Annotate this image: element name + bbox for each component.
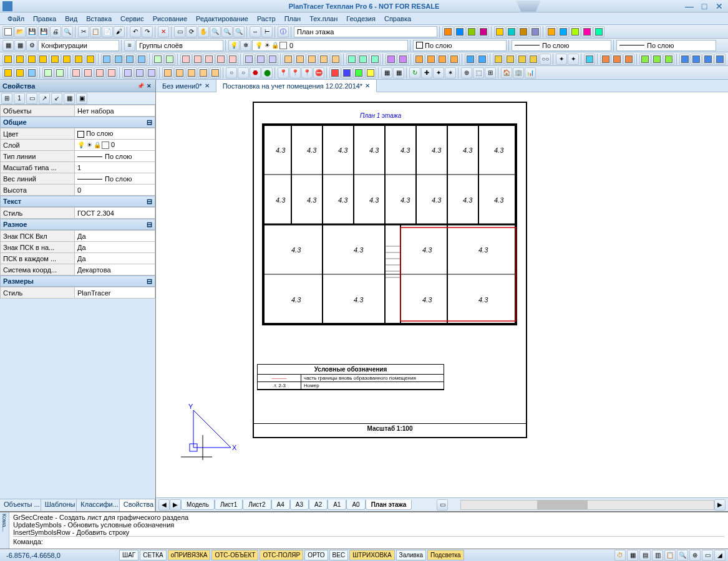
preview-icon[interactable]: 🔍 bbox=[62, 26, 73, 37]
scroll-right-icon[interactable]: ▶ bbox=[714, 499, 726, 511]
zoomext-icon[interactable]: 🔍 bbox=[221, 26, 233, 37]
layer-b-icon[interactable]: ❄ bbox=[240, 40, 251, 51]
save-icon[interactable]: 💾 bbox=[26, 26, 37, 37]
t3-5[interactable] bbox=[49, 54, 61, 65]
t3-21[interactable] bbox=[255, 54, 266, 65]
t3-35[interactable] bbox=[437, 54, 449, 65]
status-icon-8[interactable]: ▭ bbox=[702, 550, 713, 561]
tool-e[interactable] bbox=[494, 26, 505, 37]
t3-53[interactable] bbox=[679, 54, 691, 65]
menu-plan[interactable]: План bbox=[281, 14, 305, 24]
t3-34[interactable] bbox=[425, 54, 437, 65]
pt-1[interactable]: ⊞ bbox=[1, 93, 12, 104]
t4-41[interactable]: 📊 bbox=[525, 67, 536, 79]
t4-30[interactable]: ▦ bbox=[381, 67, 392, 79]
maximize-button[interactable]: □ bbox=[698, 2, 711, 11]
t3-38[interactable] bbox=[477, 54, 488, 65]
status-grid[interactable]: СЕТКА bbox=[140, 550, 167, 560]
menu-edit[interactable]: Правка bbox=[29, 14, 60, 24]
name-field[interactable]: План этажа bbox=[294, 26, 437, 37]
cut-icon[interactable]: ✂ bbox=[78, 26, 89, 37]
section-dims[interactable]: Размеры⊟ bbox=[0, 276, 155, 287]
t3-56[interactable] bbox=[714, 54, 726, 65]
tool-a[interactable] bbox=[442, 26, 454, 37]
status-otrack-obj[interactable]: ОТС-ОБЪЕКТ bbox=[211, 550, 258, 560]
menu-service[interactable]: Сервис bbox=[117, 14, 148, 24]
t4-10[interactable] bbox=[122, 67, 133, 79]
t4-18[interactable]: ○ bbox=[226, 67, 237, 79]
t4-11[interactable] bbox=[134, 67, 145, 79]
tab-next-icon[interactable]: ▶ bbox=[170, 499, 181, 511]
panel-close-icon[interactable]: ✕ bbox=[145, 82, 153, 90]
t3-48[interactable] bbox=[611, 54, 623, 65]
zoomwin-icon[interactable]: 🔍 bbox=[233, 26, 245, 37]
t3-6[interactable] bbox=[61, 54, 72, 65]
t3-52[interactable] bbox=[663, 54, 674, 65]
t4-37[interactable]: ⬚ bbox=[473, 67, 484, 79]
status-icon-2[interactable]: ▦ bbox=[627, 550, 638, 561]
t3-41[interactable] bbox=[517, 54, 528, 65]
status-ortho[interactable]: ОРТО bbox=[304, 550, 328, 560]
t4-1[interactable] bbox=[2, 67, 14, 79]
t3-50[interactable] bbox=[639, 54, 651, 65]
t3-26[interactable] bbox=[318, 54, 329, 65]
t3-20[interactable] bbox=[243, 54, 255, 65]
t4-6[interactable] bbox=[70, 67, 82, 79]
layer-a-icon[interactable]: 💡 bbox=[228, 40, 240, 51]
status-icon-9[interactable]: ◢ bbox=[714, 550, 726, 561]
t3-1[interactable] bbox=[2, 54, 14, 65]
copy-icon[interactable]: 📋 bbox=[90, 26, 101, 37]
menu-insert[interactable]: Вставка bbox=[82, 14, 115, 24]
t3-37[interactable] bbox=[465, 54, 476, 65]
status-otrack-polar[interactable]: ОТС-ПОЛЯР bbox=[260, 550, 303, 560]
t3-9[interactable] bbox=[101, 54, 112, 65]
close-button[interactable]: ✕ bbox=[713, 2, 726, 11]
t3-22[interactable] bbox=[267, 54, 278, 65]
layer-mgr-icon[interactable]: ▦ bbox=[2, 40, 14, 51]
t3-46[interactable] bbox=[584, 54, 595, 65]
tool-h[interactable] bbox=[530, 26, 541, 37]
redo-icon[interactable]: ↷ bbox=[142, 26, 153, 37]
tool-f[interactable] bbox=[506, 26, 517, 37]
status-lwt[interactable]: ВЕС bbox=[329, 550, 349, 560]
groups-select[interactable]: Группы слоёв bbox=[136, 40, 223, 51]
t3-12[interactable] bbox=[136, 54, 147, 65]
t4-7[interactable] bbox=[82, 67, 94, 79]
command-input[interactable]: Команда: bbox=[13, 536, 724, 545]
menu-draw[interactable]: Рисование bbox=[149, 14, 191, 24]
undo-icon[interactable]: ↶ bbox=[130, 26, 141, 37]
t3-11[interactable] bbox=[124, 54, 135, 65]
tool-m[interactable] bbox=[593, 26, 604, 37]
t4-26[interactable] bbox=[329, 67, 341, 79]
layout-tab-a4[interactable]: A4 bbox=[271, 500, 290, 510]
t3-25[interactable] bbox=[306, 54, 318, 65]
t4-31[interactable]: ▦ bbox=[393, 67, 404, 79]
layer-select[interactable]: 💡☀🔒 0 bbox=[252, 40, 408, 51]
pt-7[interactable]: ▣ bbox=[76, 93, 87, 104]
tool-i[interactable] bbox=[546, 26, 557, 37]
section-general[interactable]: Общие⊟ bbox=[0, 117, 155, 128]
section-misc[interactable]: Разное⊟ bbox=[0, 219, 155, 230]
prop-objects-value[interactable]: Нет набора bbox=[75, 105, 155, 117]
close-icon[interactable]: ✕ bbox=[365, 82, 370, 89]
t3-15[interactable] bbox=[180, 54, 192, 65]
t3-44[interactable]: ✦ bbox=[556, 54, 567, 65]
t3-4[interactable] bbox=[38, 54, 49, 65]
t4-3[interactable] bbox=[26, 67, 37, 79]
status-icon-1[interactable]: ⏱ bbox=[614, 550, 626, 561]
config-select[interactable]: Конфигурации bbox=[38, 40, 119, 51]
t3-30[interactable] bbox=[369, 54, 381, 65]
tab-menu-icon[interactable]: ▭ bbox=[437, 499, 448, 511]
layout-tab-1[interactable]: Лист1 bbox=[215, 500, 243, 510]
paste-icon[interactable]: 📄 bbox=[102, 26, 113, 37]
t3-27[interactable] bbox=[330, 54, 341, 65]
menu-geodesy[interactable]: Геодезия bbox=[342, 14, 379, 24]
tool-b[interactable] bbox=[454, 26, 465, 37]
t3-33[interactable] bbox=[414, 54, 425, 65]
status-icon-3[interactable]: ▤ bbox=[639, 550, 651, 561]
t4-4[interactable] bbox=[42, 67, 54, 79]
t4-32[interactable]: ↻ bbox=[409, 67, 420, 79]
t4-2[interactable] bbox=[14, 67, 26, 79]
t3-54[interactable] bbox=[691, 54, 702, 65]
painter-icon[interactable]: 🖌 bbox=[114, 26, 125, 37]
